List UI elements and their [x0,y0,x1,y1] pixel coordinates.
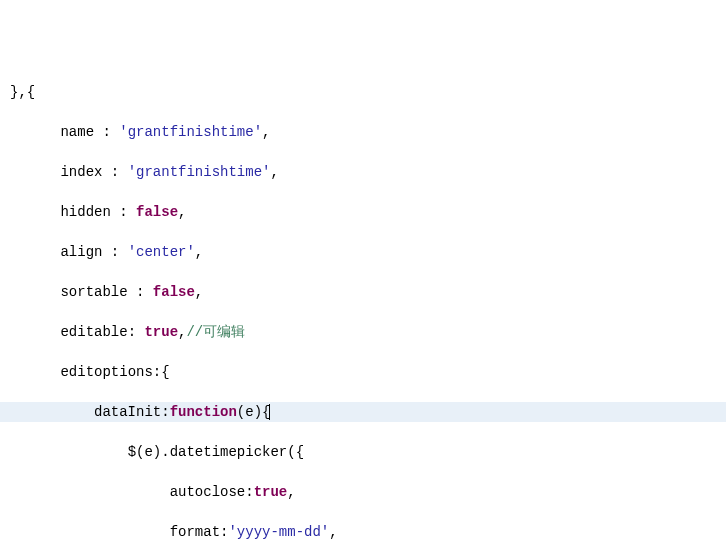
code-text: , [178,204,186,220]
boolean-literal: false [136,204,178,220]
boolean-literal: true [144,324,178,340]
code-text: hidden : [60,204,136,220]
code-line[interactable]: },{ [10,82,726,102]
code-text: index : [60,164,127,180]
code-line[interactable]: autoclose:true, [10,482,726,502]
code-text: autoclose: [170,484,254,500]
code-text: , [270,164,278,180]
text-cursor [269,404,270,420]
boolean-literal: true [254,484,288,500]
code-line[interactable]: sortable : false, [10,282,726,302]
code-text: editoptions:{ [60,364,169,380]
boolean-literal: false [153,284,195,300]
code-text: editable: [60,324,144,340]
code-text: },{ [10,84,35,100]
code-line[interactable]: align : 'center', [10,242,726,262]
string-literal: 'grantfinishtime' [119,124,262,140]
code-text: $(e).datetimepicker({ [128,444,304,460]
code-text: , [329,524,337,540]
code-line[interactable]: $(e).datetimepicker({ [10,442,726,462]
code-line[interactable]: editable: true,//可编辑 [10,322,726,342]
code-line-highlighted[interactable]: dataInit:function(e){ [0,402,726,422]
code-text: (e){ [237,404,271,420]
comment: //可编辑 [186,324,245,340]
code-line[interactable]: hidden : false, [10,202,726,222]
string-literal: 'center' [128,244,195,260]
code-text: format: [170,524,229,540]
code-line[interactable]: name : 'grantfinishtime', [10,122,726,142]
code-text: name : [60,124,119,140]
code-line[interactable]: index : 'grantfinishtime', [10,162,726,182]
code-text: , [195,284,203,300]
code-text: , [262,124,270,140]
code-text: align : [60,244,127,260]
code-text: sortable : [60,284,152,300]
code-line[interactable]: format:'yyyy-mm-dd', [10,522,726,541]
code-text: , [287,484,295,500]
code-text: , [195,244,203,260]
string-literal: 'yyyy-mm-dd' [228,524,329,540]
keyword: function [170,404,237,420]
code-text: dataInit: [94,404,170,420]
string-literal: 'grantfinishtime' [128,164,271,180]
code-line[interactable]: editoptions:{ [10,362,726,382]
